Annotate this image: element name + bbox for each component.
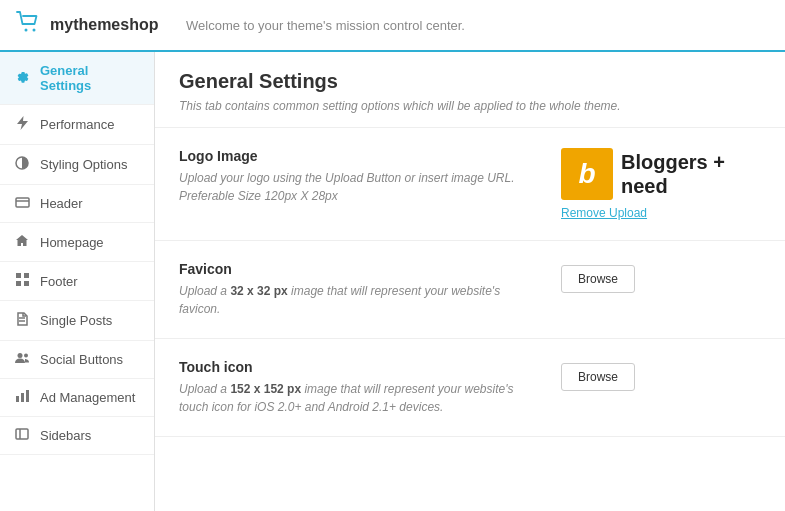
sidebar-item-single-posts[interactable]: Single Posts [0, 301, 154, 341]
sidebar-item-styling-options[interactable]: Styling Options [0, 145, 154, 185]
sidebar-item-sidebars[interactable]: Sidebars [0, 417, 154, 455]
sidebar-label-sidebars: Sidebars [40, 428, 91, 443]
touch-icon-browse-button[interactable]: Browse [561, 363, 635, 391]
doc-icon [14, 312, 30, 329]
svg-point-1 [33, 29, 36, 32]
sidebar-item-header[interactable]: Header [0, 185, 154, 223]
setting-control-logo: b Bloggers + need Remove Upload [561, 148, 761, 220]
top-header: mythemeshop Welcome to your theme's miss… [0, 0, 785, 52]
sidebar-label-social-buttons: Social Buttons [40, 352, 123, 367]
card-icon [14, 196, 30, 211]
sidebar-label-styling-options: Styling Options [40, 157, 127, 172]
setting-row-favicon: Favicon Upload a 32 x 32 px image that w… [155, 241, 785, 339]
page-title: General Settings [179, 70, 761, 93]
setting-desc-favicon: Upload a 32 x 32 px image that will repr… [179, 282, 541, 318]
bar-chart-icon [14, 390, 30, 405]
svg-rect-16 [16, 429, 28, 439]
page-subtitle: This tab contains common setting options… [179, 99, 761, 113]
logo-preview: b Bloggers + need [561, 148, 725, 200]
layout-icon [14, 428, 30, 443]
sidebar-label-performance: Performance [40, 117, 114, 132]
circle-half-icon [14, 156, 30, 173]
sidebar-label-general-settings: General Settings [40, 63, 140, 93]
home-icon [14, 234, 30, 250]
setting-label-touch-icon: Touch icon [179, 359, 541, 375]
favicon-browse-button[interactable]: Browse [561, 265, 635, 293]
main-layout: General Settings Performance Styling Opt… [0, 52, 785, 511]
main-content: General Settings This tab contains commo… [155, 52, 785, 511]
svg-rect-8 [24, 281, 29, 286]
sidebar-item-footer[interactable]: Footer [0, 262, 154, 301]
people-icon [14, 352, 30, 367]
grid-icon [14, 273, 30, 289]
remove-upload-link[interactable]: Remove Upload [561, 206, 647, 220]
setting-desc-touch-icon: Upload a 152 x 152 px image that will re… [179, 380, 541, 416]
header-tagline: Welcome to your theme's mission control … [186, 18, 465, 33]
logo-text: mythemeshop [50, 16, 158, 34]
svg-rect-5 [16, 273, 21, 278]
svg-point-11 [17, 353, 22, 358]
sidebar: General Settings Performance Styling Opt… [0, 52, 155, 511]
setting-info-logo: Logo Image Upload your logo using the Up… [179, 148, 541, 205]
logo-brand-text: Bloggers + need [621, 150, 725, 198]
setting-label-logo: Logo Image [179, 148, 541, 164]
sidebar-label-ad-management: Ad Management [40, 390, 135, 405]
logo-b-icon: b [561, 148, 613, 200]
svg-point-12 [24, 354, 28, 358]
sidebar-label-footer: Footer [40, 274, 78, 289]
setting-control-touch-icon: Browse [561, 359, 761, 391]
brand-logo: mythemeshop [16, 11, 176, 39]
sidebar-item-performance[interactable]: Performance [0, 105, 154, 145]
gear-icon [14, 70, 30, 87]
sidebar-label-single-posts: Single Posts [40, 313, 112, 328]
setting-desc-logo: Upload your logo using the Upload Button… [179, 169, 541, 205]
setting-info-favicon: Favicon Upload a 32 x 32 px image that w… [179, 261, 541, 318]
sidebar-item-ad-management[interactable]: Ad Management [0, 379, 154, 417]
sidebar-item-general-settings[interactable]: General Settings [0, 52, 154, 105]
setting-info-touch-icon: Touch icon Upload a 152 x 152 px image t… [179, 359, 541, 416]
svg-rect-14 [21, 393, 24, 402]
svg-point-0 [25, 29, 28, 32]
setting-label-favicon: Favicon [179, 261, 541, 277]
svg-rect-7 [16, 281, 21, 286]
sidebar-item-homepage[interactable]: Homepage [0, 223, 154, 262]
sidebar-item-social-buttons[interactable]: Social Buttons [0, 341, 154, 379]
sidebar-label-header: Header [40, 196, 83, 211]
svg-rect-6 [24, 273, 29, 278]
svg-rect-3 [16, 198, 29, 207]
svg-rect-15 [26, 390, 29, 402]
setting-control-favicon: Browse [561, 261, 761, 293]
page-title-bar: General Settings This tab contains commo… [155, 52, 785, 128]
svg-rect-13 [16, 396, 19, 402]
setting-row-logo: Logo Image Upload your logo using the Up… [155, 128, 785, 241]
setting-row-touch-icon: Touch icon Upload a 152 x 152 px image t… [155, 339, 785, 437]
cart-icon [16, 11, 42, 39]
bolt-icon [14, 116, 30, 133]
sidebar-label-homepage: Homepage [40, 235, 104, 250]
